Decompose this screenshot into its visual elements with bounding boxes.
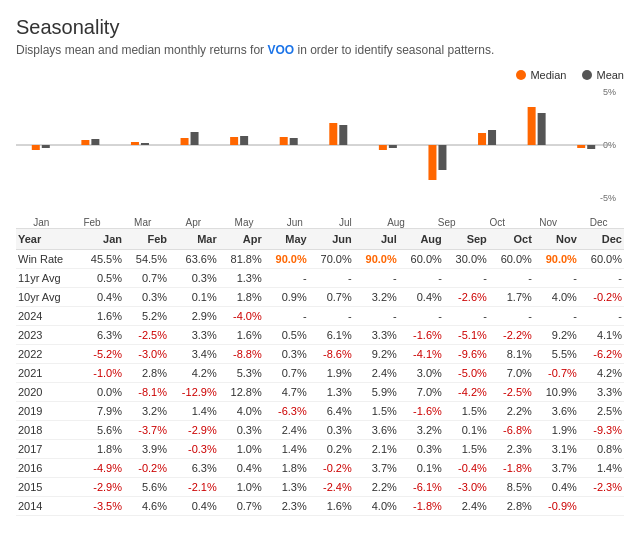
table-cell-value: 1.3% — [219, 269, 264, 288]
table-cell-value: 0.1% — [399, 459, 444, 478]
x-axis-label: Mar — [117, 215, 168, 228]
table-cell-value: - — [444, 269, 489, 288]
svg-rect-21 — [438, 145, 446, 170]
table-cell-value: 1.5% — [354, 402, 399, 421]
chart-legend: Median Mean — [16, 69, 624, 81]
table-cell-value: -1.8% — [399, 497, 444, 516]
svg-rect-18 — [379, 145, 387, 150]
table-cell-value: -0.2% — [124, 459, 169, 478]
table-cell-value: 0.4% — [79, 288, 124, 307]
table-cell-value: 3.7% — [534, 459, 579, 478]
table-cell-value: 0.3% — [219, 421, 264, 440]
table-cell-value: -3.0% — [444, 478, 489, 497]
table-cell-value: 0.3% — [124, 288, 169, 307]
x-axis-label: Dec — [573, 215, 624, 228]
svg-rect-16 — [329, 123, 337, 145]
table-cell-value: 2.4% — [354, 364, 399, 383]
table-cell-value: - — [264, 307, 309, 326]
table-cell-value: 90.0% — [264, 250, 309, 269]
svg-text:5%: 5% — [603, 87, 616, 97]
svg-text:-5%: -5% — [600, 193, 616, 203]
table-cell-value: 1.5% — [444, 440, 489, 459]
svg-rect-24 — [528, 107, 536, 145]
table-cell-value: -3.5% — [79, 497, 124, 516]
table-body: Win Rate45.5%54.5%63.6%81.8%90.0%70.0%90… — [16, 250, 624, 516]
table-cell-value: - — [579, 269, 624, 288]
table-cell-value: 5.3% — [219, 364, 264, 383]
table-col-header: Dec — [579, 229, 624, 250]
table-cell-value: 0.4% — [219, 459, 264, 478]
table-cell-value: 4.2% — [169, 364, 219, 383]
svg-rect-6 — [81, 140, 89, 145]
table-cell-value: -3.0% — [124, 345, 169, 364]
table-cell-value: 0.5% — [79, 269, 124, 288]
table-cell-value: -4.9% — [79, 459, 124, 478]
table-cell-year: 2015 — [16, 478, 79, 497]
table-col-header: Sep — [444, 229, 489, 250]
table-cell-value: - — [534, 269, 579, 288]
table-cell-value: 0.0% — [79, 383, 124, 402]
table-cell-value: 7.0% — [489, 364, 534, 383]
table-cell-value: 0.7% — [264, 364, 309, 383]
svg-rect-26 — [577, 145, 585, 148]
table-col-header: Nov — [534, 229, 579, 250]
table-cell-value: 1.0% — [219, 478, 264, 497]
table-cell-value: 0.7% — [124, 269, 169, 288]
table-cell-value: 63.6% — [169, 250, 219, 269]
table-cell-value: -6.3% — [264, 402, 309, 421]
table-cell-value: 0.8% — [579, 440, 624, 459]
table-col-header: May — [264, 229, 309, 250]
table-cell-value: 5.6% — [79, 421, 124, 440]
table-cell-value: -2.9% — [79, 478, 124, 497]
table-cell-value: 1.8% — [264, 459, 309, 478]
svg-rect-4 — [32, 145, 40, 150]
table-cell-value: 12.8% — [219, 383, 264, 402]
x-axis-label: Jun — [269, 215, 320, 228]
table-cell-value: 1.7% — [489, 288, 534, 307]
table-cell-value: 4.0% — [354, 497, 399, 516]
table-cell-value: 2.2% — [489, 402, 534, 421]
table-cell-value: - — [309, 269, 354, 288]
table-col-header: Feb — [124, 229, 169, 250]
table-cell-value: 0.1% — [169, 288, 219, 307]
table-cell-value: 1.6% — [309, 497, 354, 516]
table-cell-value: 2.8% — [124, 364, 169, 383]
table-cell-value: 45.5% — [79, 250, 124, 269]
table-cell-value: - — [354, 269, 399, 288]
svg-rect-22 — [478, 133, 486, 145]
svg-rect-13 — [240, 136, 248, 145]
table-cell-value: - — [444, 307, 489, 326]
table-cell-value: 2.8% — [489, 497, 534, 516]
table-cell-value: -2.4% — [309, 478, 354, 497]
table-cell-value: 1.9% — [534, 421, 579, 440]
table-cell-value: - — [399, 269, 444, 288]
table-cell-value: 3.9% — [124, 440, 169, 459]
median-legend-label: Median — [530, 69, 566, 81]
table-cell-value: 70.0% — [309, 250, 354, 269]
svg-rect-23 — [488, 130, 496, 145]
table-cell-value: -8.1% — [124, 383, 169, 402]
table-cell-value: 4.7% — [264, 383, 309, 402]
table-cell-value: 3.2% — [399, 421, 444, 440]
svg-rect-7 — [91, 139, 99, 145]
table-cell-value: 1.8% — [79, 440, 124, 459]
table-cell-value: - — [489, 269, 534, 288]
table-cell-year: 2024 — [16, 307, 79, 326]
table-cell-year: 2018 — [16, 421, 79, 440]
table-cell-value: 2.2% — [354, 478, 399, 497]
x-axis-label: Feb — [67, 215, 118, 228]
table-cell-value: 1.3% — [309, 383, 354, 402]
table-cell-value: 0.9% — [264, 288, 309, 307]
table-cell-value: 54.5% — [124, 250, 169, 269]
table-row: 11yr Avg0.5%0.7%0.3%1.3%-------- — [16, 269, 624, 288]
table-cell-value: 1.6% — [79, 307, 124, 326]
table-cell-year: 10yr Avg — [16, 288, 79, 307]
table-cell-year: 2019 — [16, 402, 79, 421]
table-cell-value: 3.0% — [399, 364, 444, 383]
svg-rect-17 — [339, 125, 347, 145]
table-row: 10yr Avg0.4%0.3%0.1%1.8%0.9%0.7%3.2%0.4%… — [16, 288, 624, 307]
table-cell-value: -2.1% — [169, 478, 219, 497]
svg-rect-15 — [290, 138, 298, 145]
table-cell-value: - — [579, 307, 624, 326]
table-col-header: Year — [16, 229, 79, 250]
